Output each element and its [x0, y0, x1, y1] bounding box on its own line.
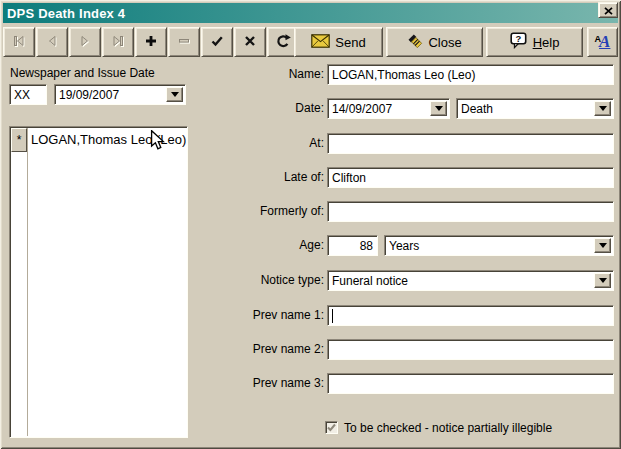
prev-name-2-field[interactable]: [327, 339, 614, 360]
grayed-check-icon: [327, 421, 336, 435]
at-label: At:: [230, 136, 324, 150]
close-button-label: Close: [428, 35, 461, 50]
nav-prior-button[interactable]: [36, 27, 68, 57]
post-edit-icon: [209, 33, 225, 52]
name-field[interactable]: LOGAN,Thomas Leo (Leo): [327, 64, 614, 85]
name-label: Name:: [230, 67, 324, 81]
newspaper-section-label: Newspaper and Issue Date: [10, 66, 155, 80]
text-caret: [332, 309, 333, 323]
chevron-down-icon: [599, 243, 607, 248]
to-be-checked-label: To be checked - notice partially illegib…: [344, 421, 552, 435]
to-be-checked-checkbox[interactable]: [325, 421, 338, 434]
age-unit-combo[interactable]: Years: [384, 235, 614, 256]
chevron-down-icon: [599, 106, 607, 111]
next-record-icon: [77, 33, 93, 52]
at-field[interactable]: [327, 133, 614, 154]
prev-name-2-label: Prev name 2:: [230, 342, 324, 356]
post-edit-button[interactable]: [201, 27, 233, 57]
date-combo[interactable]: 14/09/2007: [327, 98, 450, 119]
cancel-edit-icon: [242, 33, 258, 52]
help-button-label: Help: [533, 35, 560, 50]
dart-pen-icon: [407, 33, 423, 52]
notice-type-dropdown-button[interactable]: [594, 273, 611, 288]
newspaper-code-field[interactable]: XX: [9, 84, 47, 105]
nav-last-button[interactable]: [102, 27, 134, 57]
record-list[interactable]: * LOGAN,Thomas Leo (Leo): [9, 126, 188, 438]
prev-name-1-field[interactable]: [327, 305, 614, 326]
row-indicator: *: [11, 128, 27, 152]
formerly-of-field[interactable]: [327, 201, 614, 222]
chevron-down-icon: [435, 106, 443, 111]
formerly-of-label: Formerly of:: [230, 204, 324, 218]
event-type-combo[interactable]: Death: [456, 98, 614, 119]
late-of-label: Late of:: [230, 170, 324, 184]
send-button-label: Send: [335, 35, 365, 50]
cancel-edit-button[interactable]: [234, 27, 266, 57]
svg-text:?: ?: [515, 33, 521, 44]
help-button[interactable]: ? Help: [486, 27, 583, 57]
prior-record-icon: [44, 33, 60, 52]
nav-next-button[interactable]: [69, 27, 101, 57]
close-button[interactable]: Close: [386, 27, 483, 57]
chevron-down-icon: [599, 278, 607, 283]
event-type-dropdown-button[interactable]: [594, 101, 611, 116]
send-button[interactable]: Send: [294, 27, 383, 57]
prev-name-3-label: Prev name 3:: [230, 376, 324, 390]
dps-death-index-window: DPS Death Index 4: [0, 0, 621, 449]
age-label: Age:: [230, 238, 324, 252]
prev-name-3-field[interactable]: [327, 373, 614, 394]
nav-first-button[interactable]: [3, 27, 35, 57]
last-record-icon: [110, 33, 126, 52]
mouse-cursor-icon: [150, 130, 165, 154]
issue-date-dropdown-button[interactable]: [166, 87, 183, 102]
chevron-down-icon: [171, 92, 179, 97]
close-icon: [604, 3, 613, 18]
envelope-icon: [311, 34, 330, 51]
delete-record-icon: [176, 33, 192, 52]
first-record-icon: [11, 33, 27, 52]
window-close-button[interactable]: [598, 2, 618, 18]
delete-record-button[interactable]: [168, 27, 200, 57]
refresh-icon: [275, 33, 291, 52]
date-label: Date:: [230, 101, 324, 115]
window-title: DPS Death Index 4: [3, 6, 125, 21]
age-field[interactable]: 88: [327, 235, 378, 256]
prev-name-1-label: Prev name 1:: [230, 308, 324, 322]
date-dropdown-button[interactable]: [430, 101, 447, 116]
insert-record-button[interactable]: [135, 27, 167, 57]
help-bubble-icon: ?: [510, 32, 528, 52]
insert-record-icon: [143, 33, 159, 52]
indicator-column-divider: [27, 128, 28, 436]
age-unit-dropdown-button[interactable]: [594, 238, 611, 253]
font-picker-icon: AA: [595, 35, 611, 50]
notice-type-combo[interactable]: Funeral notice: [327, 270, 614, 291]
late-of-field[interactable]: Clifton: [327, 167, 614, 188]
font-button[interactable]: AA: [587, 27, 618, 57]
notice-type-label: Notice type:: [230, 273, 324, 287]
titlebar[interactable]: DPS Death Index 4: [3, 3, 618, 23]
issue-date-combo[interactable]: 19/09/2007: [54, 84, 186, 105]
